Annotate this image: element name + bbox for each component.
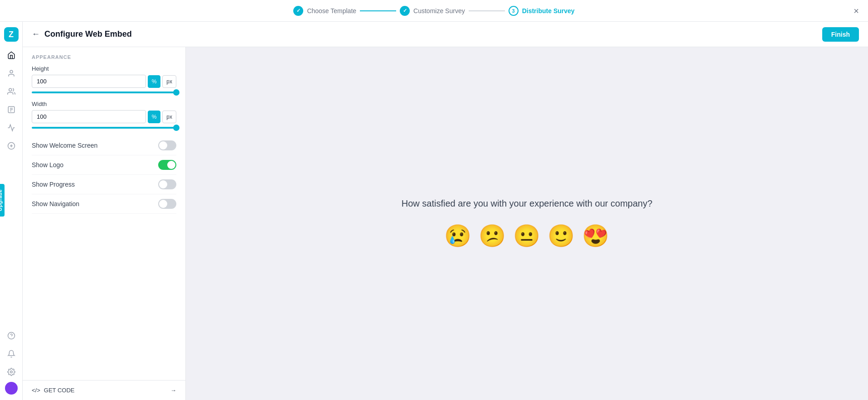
svg-point-0 xyxy=(10,70,13,73)
step3-label: Distribute Survey xyxy=(522,7,575,14)
sidebar-settings-icon[interactable] xyxy=(3,364,19,380)
appearance-section-label: APPEARANCE xyxy=(32,54,176,60)
emoji-4[interactable]: 🙂 xyxy=(548,223,575,249)
step2-icon: ✓ xyxy=(400,6,410,16)
emoji-2[interactable]: 😕 xyxy=(479,223,506,249)
preview-area: How satisfied are you with your experien… xyxy=(186,47,868,400)
toggle-show-navigation: Show Navigation xyxy=(32,194,176,214)
height-input-row: % px xyxy=(32,75,176,88)
width-percent-btn[interactable]: % xyxy=(148,111,161,123)
show-progress-label: Show Progress xyxy=(32,181,75,188)
svg-point-1 xyxy=(9,88,11,91)
sidebar-item-analytics[interactable] xyxy=(3,120,19,136)
sidebar-item-contacts[interactable] xyxy=(3,83,19,100)
sidebar-item-add[interactable] xyxy=(3,138,19,154)
step1-icon: ✓ xyxy=(293,6,303,16)
emoji-1[interactable]: 😢 xyxy=(444,223,471,249)
height-slider[interactable] xyxy=(32,92,176,93)
sidebar-item-users[interactable] xyxy=(3,65,19,82)
stepper: ✓ Choose Template ✓ Customize Survey 3 D… xyxy=(293,6,574,16)
width-slider[interactable] xyxy=(32,127,176,129)
height-field: Height % px xyxy=(32,65,176,93)
show-logo-knob xyxy=(167,161,175,169)
sidebar-bottom xyxy=(3,328,19,395)
show-navigation-knob xyxy=(159,200,167,208)
show-welcome-screen-toggle[interactable] xyxy=(158,140,176,150)
width-field: Width % px xyxy=(32,101,176,129)
toggle-show-progress: Show Progress xyxy=(32,175,176,194)
width-input-row: % px xyxy=(32,110,176,123)
height-input[interactable] xyxy=(32,75,146,88)
width-input[interactable] xyxy=(32,110,146,123)
user-avatar[interactable] xyxy=(5,382,18,395)
show-logo-label: Show Logo xyxy=(32,161,63,169)
toggle-show-logo: Show Logo xyxy=(32,155,176,175)
step2-label: Customize Survey xyxy=(413,7,465,14)
emoji-row: 😢 😕 😐 🙂 😍 xyxy=(444,223,609,249)
left-panel: APPEARANCE Height % px xyxy=(23,47,186,400)
sidebar-help-icon[interactable] xyxy=(3,328,19,344)
page-header-left: ← Configure Web Embed xyxy=(32,29,132,39)
show-welcome-screen-knob xyxy=(159,141,167,149)
width-px-btn[interactable]: px xyxy=(162,111,176,123)
left-panel-inner: APPEARANCE Height % px xyxy=(23,47,185,380)
main-layout: Z xyxy=(0,22,868,400)
get-code-footer[interactable]: </> GET CODE → xyxy=(23,380,185,400)
step1-label: Choose Template xyxy=(307,7,356,14)
height-label: Height xyxy=(32,65,176,72)
emoji-5[interactable]: 😍 xyxy=(582,223,609,249)
page-header: ← Configure Web Embed Finish xyxy=(23,22,868,47)
show-navigation-label: Show Navigation xyxy=(32,200,79,207)
upgrade-tab[interactable]: Upgrade xyxy=(0,183,5,216)
emoji-3[interactable]: 😐 xyxy=(513,223,540,249)
content-area: ← Configure Web Embed Finish APPEARANCE … xyxy=(23,22,868,400)
step-choose-template: ✓ Choose Template xyxy=(293,6,356,16)
app-logo[interactable]: Z xyxy=(4,27,19,42)
back-button[interactable]: ← xyxy=(32,29,40,39)
sidebar-item-home[interactable] xyxy=(3,47,19,63)
toggle-show-welcome-screen: Show Welcome Screen xyxy=(32,136,176,155)
show-progress-knob xyxy=(159,180,167,188)
show-progress-toggle[interactable] xyxy=(158,179,176,189)
get-code-label: GET CODE xyxy=(44,387,75,394)
sidebar-bell-icon[interactable] xyxy=(3,346,19,362)
height-percent-btn[interactable]: % xyxy=(148,75,161,88)
survey-preview: How satisfied are you with your experien… xyxy=(402,198,653,249)
sidebar-item-surveys[interactable] xyxy=(3,101,19,118)
step-distribute-survey: 3 Distribute Survey xyxy=(509,6,575,16)
top-bar: ✓ Choose Template ✓ Customize Survey 3 D… xyxy=(0,0,868,22)
show-welcome-screen-label: Show Welcome Screen xyxy=(32,142,97,149)
show-logo-toggle[interactable] xyxy=(158,160,176,170)
height-px-btn[interactable]: px xyxy=(162,75,176,88)
width-label: Width xyxy=(32,101,176,107)
page-title: Configure Web Embed xyxy=(44,29,132,39)
finish-button[interactable]: Finish xyxy=(822,27,859,42)
get-code-icon: </> xyxy=(32,387,40,394)
step3-icon: 3 xyxy=(509,6,519,16)
step-line-1 xyxy=(360,10,396,11)
survey-question: How satisfied are you with your experien… xyxy=(402,198,653,209)
width-slider-thumb xyxy=(173,125,179,131)
close-button[interactable]: × xyxy=(853,5,859,16)
show-navigation-toggle[interactable] xyxy=(158,199,176,209)
step-line-2 xyxy=(469,10,505,11)
height-slider-thumb xyxy=(173,89,179,96)
step-customize-survey: ✓ Customize Survey xyxy=(400,6,465,16)
get-code-arrow: → xyxy=(170,387,176,394)
svg-point-11 xyxy=(10,371,12,373)
get-code-left: </> GET CODE xyxy=(32,387,74,394)
body-split: APPEARANCE Height % px xyxy=(23,47,868,400)
